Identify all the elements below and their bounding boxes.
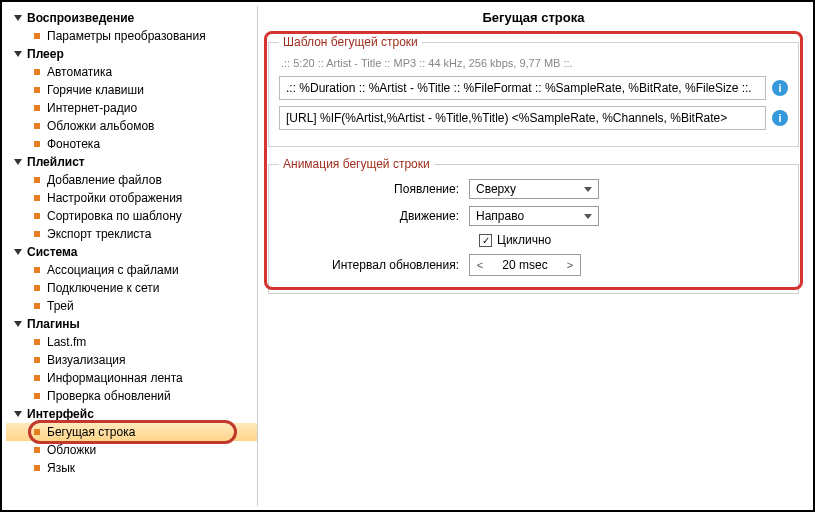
category-label: Воспроизведение — [27, 11, 134, 25]
tree-item[interactable]: Автоматика — [6, 63, 257, 81]
item-label: Подключение к сети — [47, 281, 159, 295]
tree-item[interactable]: Ассоциация с файлами — [6, 261, 257, 279]
bullet-icon — [34, 123, 40, 129]
tree-item[interactable]: Настройки отображения — [6, 189, 257, 207]
item-label: Обложки альбомов — [47, 119, 154, 133]
category-label: Плеер — [27, 47, 64, 61]
bullet-icon — [34, 465, 40, 471]
tree-item[interactable]: Информационная лента — [6, 369, 257, 387]
item-label: Трей — [47, 299, 74, 313]
tree-item[interactable]: Обложки — [6, 441, 257, 459]
template-legend: Шаблон бегущей строки — [279, 35, 422, 49]
interval-value: 20 msec — [490, 256, 560, 274]
bullet-icon — [34, 375, 40, 381]
decrement-button[interactable]: < — [470, 255, 490, 275]
movement-select[interactable]: Направо — [469, 206, 599, 226]
item-label: Бегущая строка — [47, 425, 135, 439]
info-icon[interactable]: i — [772, 80, 788, 96]
item-label: Экспорт треклиста — [47, 227, 151, 241]
item-label: Добавление файлов — [47, 173, 162, 187]
tree-item[interactable]: Горячие клавиши — [6, 81, 257, 99]
item-label: Интернет-радио — [47, 101, 137, 115]
item-label: Ассоциация с файлами — [47, 263, 179, 277]
item-label: Автоматика — [47, 65, 112, 79]
bullet-icon — [34, 267, 40, 273]
info-icon[interactable]: i — [772, 110, 788, 126]
tree-category[interactable]: Плеер — [6, 45, 257, 63]
chevron-down-icon — [14, 249, 22, 255]
template-input-2[interactable] — [279, 106, 766, 130]
template-fieldset: Шаблон бегущей строки .:: 5:20 :: Artist… — [268, 35, 799, 147]
item-label: Проверка обновлений — [47, 389, 171, 403]
tree-category[interactable]: Система — [6, 243, 257, 261]
bullet-icon — [34, 357, 40, 363]
tree-item[interactable]: Параметры преобразования — [6, 27, 257, 45]
bullet-icon — [34, 303, 40, 309]
bullet-icon — [34, 447, 40, 453]
tree-item[interactable]: Визуализация — [6, 351, 257, 369]
bullet-icon — [34, 285, 40, 291]
appearance-label: Появление: — [279, 182, 469, 196]
chevron-down-icon — [14, 15, 22, 21]
bullet-icon — [34, 87, 40, 93]
tree-item[interactable]: Экспорт треклиста — [6, 225, 257, 243]
tree-item[interactable]: Сортировка по шаблону — [6, 207, 257, 225]
tree-item[interactable]: Подключение к сети — [6, 279, 257, 297]
tree-category[interactable]: Плагины — [6, 315, 257, 333]
bullet-icon — [34, 195, 40, 201]
tree-item[interactable]: Добавление файлов — [6, 171, 257, 189]
chevron-down-icon — [14, 51, 22, 57]
item-label: Информационная лента — [47, 371, 183, 385]
item-label: Визуализация — [47, 353, 126, 367]
bullet-icon — [34, 33, 40, 39]
animation-legend: Анимация бегущей строки — [279, 157, 434, 171]
bullet-icon — [34, 393, 40, 399]
bullet-icon — [34, 177, 40, 183]
chevron-down-icon — [14, 321, 22, 327]
bullet-icon — [34, 69, 40, 75]
appearance-select[interactable]: Сверху — [469, 179, 599, 199]
main-panel: Бегущая строка Шаблон бегущей строки .::… — [258, 6, 809, 506]
page-title: Бегущая строка — [264, 6, 803, 31]
item-label: Обложки — [47, 443, 96, 457]
interval-spinner: < 20 msec > — [469, 254, 581, 276]
animation-fieldset: Анимация бегущей строки Появление: Сверх… — [268, 157, 799, 294]
item-label: Язык — [47, 461, 75, 475]
movement-label: Движение: — [279, 209, 469, 223]
tree-item[interactable]: Фонотека — [6, 135, 257, 153]
tree-category[interactable]: Плейлист — [6, 153, 257, 171]
template-preview: .:: 5:20 :: Artist - Title :: MP3 :: 44 … — [279, 57, 788, 69]
interval-label: Интервал обновления: — [279, 258, 469, 272]
cyclic-checkbox[interactable]: ✓ — [479, 234, 492, 247]
bullet-icon — [34, 231, 40, 237]
tree-category[interactable]: Воспроизведение — [6, 9, 257, 27]
item-label: Сортировка по шаблону — [47, 209, 182, 223]
bullet-icon — [34, 141, 40, 147]
tree-item[interactable]: Last.fm — [6, 333, 257, 351]
chevron-down-icon — [14, 411, 22, 417]
chevron-down-icon — [14, 159, 22, 165]
category-label: Система — [27, 245, 78, 259]
bullet-icon — [34, 105, 40, 111]
category-label: Интерфейс — [27, 407, 94, 421]
tree-item[interactable]: Язык — [6, 459, 257, 477]
tree-category[interactable]: Интерфейс — [6, 405, 257, 423]
category-label: Плейлист — [27, 155, 85, 169]
tree-item[interactable]: Трей — [6, 297, 257, 315]
item-label: Параметры преобразования — [47, 29, 206, 43]
item-label: Горячие клавиши — [47, 83, 144, 97]
cyclic-label: Циклично — [497, 233, 551, 247]
bullet-icon — [34, 213, 40, 219]
item-label: Настройки отображения — [47, 191, 182, 205]
settings-tree: Воспроизведение Параметры преобразования… — [6, 6, 258, 506]
tree-item[interactable]: Проверка обновлений — [6, 387, 257, 405]
item-label: Last.fm — [47, 335, 86, 349]
increment-button[interactable]: > — [560, 255, 580, 275]
item-label: Фонотека — [47, 137, 100, 151]
category-label: Плагины — [27, 317, 80, 331]
bullet-icon — [34, 429, 40, 435]
tree-item[interactable]: Обложки альбомов — [6, 117, 257, 135]
tree-item-running-line[interactable]: Бегущая строка — [6, 423, 257, 441]
tree-item[interactable]: Интернет-радио — [6, 99, 257, 117]
template-input-1[interactable] — [279, 76, 766, 100]
